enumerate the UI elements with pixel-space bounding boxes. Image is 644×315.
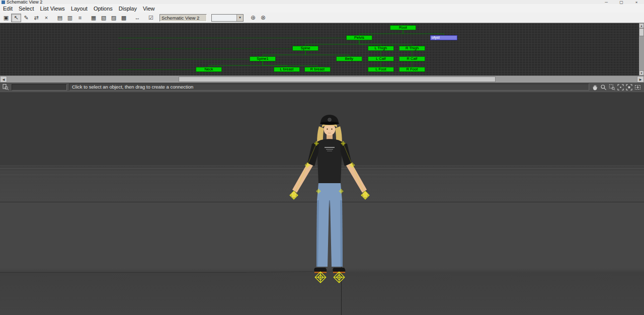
toolbar-buttons-right: ⊕⊗ <box>248 14 268 22</box>
schematic-node-spine[interactable]: Spine <box>292 46 318 51</box>
toolbar-buttons-left: ▣↖✎⇄×▤▥≡▦▧▨▩↔☑ <box>1 14 156 22</box>
schematic-node-r-thigh[interactable]: R Thigh <box>399 46 425 51</box>
arrange-children-button[interactable]: ▦ <box>89 14 99 22</box>
schematic-node-ofyst[interactable]: ofyst <box>430 35 457 40</box>
horizontal-scroll-thumb[interactable] <box>179 76 496 82</box>
status-prompt: Click to select an object, then drag to … <box>69 84 589 91</box>
window-icon <box>2 1 5 4</box>
navigation-tools <box>591 84 642 91</box>
find-icon[interactable] <box>2 84 10 91</box>
move-children-button[interactable]: ↔ <box>132 14 142 22</box>
view-name-field[interactable] <box>159 14 207 22</box>
arrange-selected-button[interactable]: ▧ <box>99 14 109 22</box>
schematic-node-pelvis[interactable]: Pelvis <box>346 35 372 40</box>
zoom-region-icon[interactable] <box>608 84 616 91</box>
pan-icon[interactable] <box>591 84 599 91</box>
bookmark-combo[interactable]: ▼ <box>211 14 244 22</box>
always-arrange-button[interactable]: ≡ <box>75 14 85 22</box>
scroll-down-button[interactable]: ▼ <box>639 70 644 75</box>
viewport-scene <box>0 92 644 315</box>
toolbar: ▣↖✎⇄×▤▥≡▦▧▨▩↔☑ ▼ ⊕⊗ <box>0 13 644 23</box>
scroll-right-button[interactable]: ▶ <box>637 76 644 83</box>
schematic-node-belly[interactable]: Belly <box>336 56 362 61</box>
display-floater-button[interactable]: ▣ <box>1 14 11 22</box>
schematic-node-l-calf[interactable]: L Calf <box>368 56 394 61</box>
schematic-node-l-thigh[interactable]: L Thigh <box>368 46 394 51</box>
preferences-button[interactable]: ☑ <box>146 14 156 22</box>
schematic-node-l-breast[interactable]: L breast <box>274 67 300 72</box>
schematic-node-l-foot[interactable]: L Foot <box>368 67 394 72</box>
menu-item-view[interactable]: View <box>140 6 158 12</box>
delete-bookmark-button[interactable]: ⊗ <box>258 14 268 22</box>
close-button[interactable]: × <box>629 0 644 4</box>
unlink-selected-button[interactable]: ⇄ <box>31 14 41 22</box>
horizontal-scrollbar[interactable]: ◀ ▶ <box>0 75 644 83</box>
maximize-button[interactable]: ▢ <box>614 0 629 4</box>
free-all-button[interactable]: ▩ <box>119 14 129 22</box>
schematic-node-r-calf[interactable]: R Calf <box>399 56 425 61</box>
scroll-up-button[interactable]: ▲ <box>639 23 644 28</box>
menu-item-display[interactable]: Display <box>116 6 140 12</box>
schematic-node-neck[interactable]: Neck <box>196 67 222 72</box>
vertical-scroll-thumb[interactable] <box>639 28 644 36</box>
menu-item-layout[interactable]: Layout <box>68 6 91 12</box>
window-titlebar: Schematic View 2 ─ ▢ × <box>0 0 644 4</box>
menu-item-options[interactable]: Options <box>91 6 116 12</box>
schematic-node-root[interactable]: Root <box>390 25 416 30</box>
menu-item-edit[interactable]: Edit <box>0 6 16 12</box>
connect-button[interactable]: ✎ <box>21 14 31 22</box>
menu-bar: EditSelectList ViewsLayoutOptionsDisplay… <box>0 4 644 13</box>
menu-item-select[interactable]: Select <box>16 6 37 12</box>
zoom-icon[interactable] <box>600 84 607 91</box>
references-mode-button[interactable]: ▥ <box>65 14 75 22</box>
scroll-left-button[interactable]: ◀ <box>0 76 7 83</box>
pan-to-selected-icon[interactable] <box>634 84 641 91</box>
schematic-canvas[interactable]: ▲ ▼ RootPelvisofystSpineL ThighR ThighSp… <box>0 23 644 75</box>
select-button[interactable]: ↖ <box>11 14 21 22</box>
zoom-extents-selected-icon[interactable] <box>625 84 633 91</box>
viewport[interactable] <box>0 92 644 315</box>
vertical-scrollbar[interactable]: ▲ ▼ <box>639 23 644 75</box>
minimize-button[interactable]: ─ <box>599 0 614 4</box>
schematic-node-spine1[interactable]: Spine1 <box>250 56 276 61</box>
character-model[interactable] <box>291 115 368 273</box>
hierarchy-mode-button[interactable]: ▤ <box>55 14 65 22</box>
zoom-extents-icon[interactable] <box>617 84 624 91</box>
add-bookmark-button[interactable]: ⊕ <box>248 14 258 22</box>
delete-objects-button[interactable]: × <box>41 14 51 22</box>
status-input[interactable] <box>12 84 67 91</box>
schematic-node-r-breast[interactable]: R breast <box>304 67 331 72</box>
status-bar: Click to select an object, then drag to … <box>0 83 644 92</box>
window-title: Schematic View 2 <box>7 0 42 4</box>
chevron-down-icon[interactable]: ▼ <box>236 15 243 21</box>
menu-item-list-views[interactable]: List Views <box>37 6 68 12</box>
free-selected-button[interactable]: ▨ <box>109 14 119 22</box>
schematic-node-r-foot[interactable]: R Foot <box>399 67 425 72</box>
